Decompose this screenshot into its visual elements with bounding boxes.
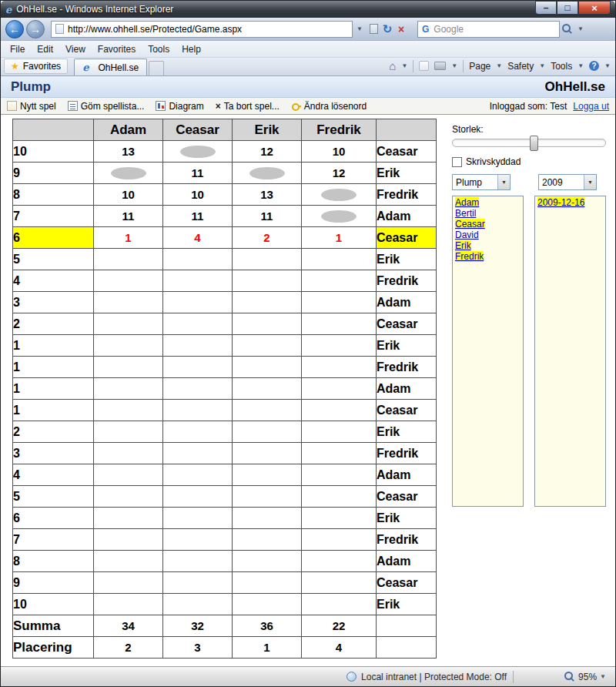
score-cell[interactable] xyxy=(302,206,377,227)
score-cell[interactable] xyxy=(302,486,377,508)
score-cell[interactable] xyxy=(94,594,163,615)
home-dropdown-caret[interactable]: ▼ xyxy=(401,63,407,69)
select-dropdown-icon[interactable]: ▼ xyxy=(584,175,596,189)
score-cell[interactable] xyxy=(302,443,377,464)
score-cell[interactable] xyxy=(302,572,377,594)
maximize-button[interactable]: □ xyxy=(557,1,578,15)
logout-link[interactable]: Logga ut xyxy=(573,101,609,112)
game-type-select[interactable]: Plump ▼ xyxy=(452,174,511,190)
score-cell[interactable] xyxy=(94,357,163,378)
score-cell[interactable]: 11 xyxy=(233,206,302,227)
score-cell[interactable] xyxy=(302,249,377,270)
score-cell[interactable]: 11 xyxy=(163,163,233,184)
score-cell[interactable] xyxy=(163,443,233,464)
score-cell[interactable] xyxy=(233,292,302,313)
score-cell[interactable] xyxy=(94,443,163,464)
score-cell[interactable] xyxy=(302,400,377,421)
score-cell[interactable] xyxy=(94,486,163,508)
menu-help[interactable]: Help xyxy=(176,42,207,57)
favorites-button[interactable]: ★ Favorites xyxy=(4,59,68,74)
score-cell[interactable] xyxy=(233,335,302,357)
score-cell[interactable] xyxy=(163,572,233,594)
score-cell[interactable]: 13 xyxy=(94,141,163,163)
score-cell[interactable] xyxy=(163,400,233,421)
score-cell[interactable] xyxy=(163,508,233,529)
score-cell[interactable] xyxy=(94,464,163,486)
score-cell[interactable]: 12 xyxy=(233,141,302,163)
score-cell[interactable] xyxy=(163,335,233,357)
score-cell[interactable] xyxy=(233,464,302,486)
score-cell[interactable] xyxy=(94,572,163,594)
zoom-dropdown-caret[interactable]: ▼ xyxy=(600,674,606,680)
score-cell[interactable] xyxy=(163,357,233,378)
score-cell[interactable] xyxy=(233,486,302,508)
stop-button[interactable]: × xyxy=(394,21,408,38)
score-cell[interactable] xyxy=(94,378,163,400)
game-date-link-2009-12-16[interactable]: 2009-12-16 xyxy=(537,197,584,208)
score-cell[interactable] xyxy=(94,400,163,421)
score-cell[interactable]: 10 xyxy=(163,184,233,206)
score-cell[interactable]: 1 xyxy=(94,227,163,249)
score-cell[interactable] xyxy=(94,421,163,443)
compatibility-view-button[interactable] xyxy=(367,21,380,38)
score-cell[interactable] xyxy=(233,357,302,378)
home-icon[interactable]: ⌂ xyxy=(389,60,396,72)
score-cell[interactable] xyxy=(94,551,163,572)
forward-button[interactable]: → xyxy=(26,20,45,39)
minimize-button[interactable]: – xyxy=(535,1,557,15)
score-cell[interactable] xyxy=(233,421,302,443)
zoom-level[interactable]: 95% xyxy=(578,672,597,682)
hide-gamelist-button[interactable]: Göm spellista... xyxy=(68,101,145,112)
score-cell[interactable] xyxy=(163,551,233,572)
score-cell[interactable] xyxy=(94,163,163,184)
page-menu[interactable]: Page xyxy=(469,61,490,72)
score-cell[interactable] xyxy=(233,400,302,421)
score-cell[interactable]: 11 xyxy=(163,206,233,227)
score-cell[interactable] xyxy=(163,594,233,615)
score-cell[interactable] xyxy=(302,421,377,443)
score-cell[interactable] xyxy=(233,378,302,400)
score-cell[interactable] xyxy=(233,508,302,529)
player-list[interactable]: AdamBertilCeasarDavidErikFredrik xyxy=(452,196,524,507)
score-cell[interactable] xyxy=(233,270,302,292)
address-bar[interactable]: http://www.ohhell.se/Protected/Game.aspx xyxy=(51,21,353,38)
score-cell[interactable] xyxy=(163,421,233,443)
change-password-button[interactable]: Ändra lösenord xyxy=(291,101,367,112)
score-cell[interactable] xyxy=(163,270,233,292)
score-cell[interactable] xyxy=(233,443,302,464)
diagram-button[interactable]: Diagram xyxy=(156,101,203,112)
tools-menu[interactable]: Tools xyxy=(551,61,572,72)
score-cell[interactable]: 4 xyxy=(163,227,233,249)
address-dropdown-button[interactable]: ▼ xyxy=(353,21,367,38)
score-cell[interactable] xyxy=(94,529,163,551)
score-cell[interactable] xyxy=(302,529,377,551)
score-cell[interactable] xyxy=(302,464,377,486)
year-select[interactable]: 2009 ▼ xyxy=(538,174,597,190)
score-cell[interactable] xyxy=(302,357,377,378)
help-icon[interactable]: ? xyxy=(589,61,599,71)
player-link-bertil[interactable]: Bertil xyxy=(455,208,476,219)
score-cell[interactable] xyxy=(302,184,377,206)
score-cell[interactable] xyxy=(163,249,233,270)
delete-game-button[interactable]: × Ta bort spel... xyxy=(216,101,280,112)
score-cell[interactable] xyxy=(163,313,233,335)
page-dropdown-caret[interactable]: ▼ xyxy=(496,63,502,69)
score-cell[interactable] xyxy=(94,249,163,270)
player-link-david[interactable]: David xyxy=(455,230,479,240)
score-cell[interactable] xyxy=(302,378,377,400)
new-tab-button[interactable] xyxy=(149,61,164,75)
score-cell[interactable] xyxy=(233,594,302,615)
menu-view[interactable]: View xyxy=(59,42,92,57)
safety-dropdown-caret[interactable]: ▼ xyxy=(539,63,545,69)
score-cell[interactable] xyxy=(163,529,233,551)
menu-tools[interactable]: Tools xyxy=(142,42,176,57)
refresh-button[interactable]: ↻ xyxy=(380,21,394,38)
player-link-adam[interactable]: Adam xyxy=(455,197,479,208)
score-cell[interactable] xyxy=(233,572,302,594)
score-cell[interactable]: 1 xyxy=(302,227,377,249)
score-cell[interactable] xyxy=(163,378,233,400)
game-date-list[interactable]: 2009-12-16 xyxy=(534,196,606,507)
score-cell[interactable] xyxy=(302,313,377,335)
menu-file[interactable]: File xyxy=(4,42,31,57)
new-game-button[interactable]: Nytt spel xyxy=(7,101,56,112)
